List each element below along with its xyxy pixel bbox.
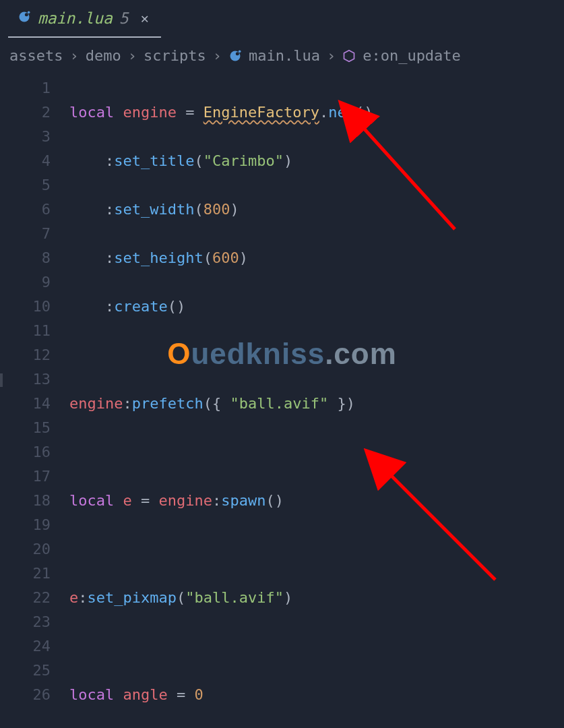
line-number: 25 [2, 659, 51, 683]
code-line[interactable]: :set_width(800) [69, 198, 564, 222]
line-number: 7 [2, 222, 51, 246]
chevron-right-icon: › [213, 47, 222, 64]
tab-label: main.lua [38, 9, 113, 27]
line-number: 1 [2, 76, 51, 100]
svg-point-4 [236, 52, 239, 55]
line-number: 17 [2, 464, 51, 489]
code-line[interactable]: :create() [69, 295, 564, 319]
svg-point-5 [239, 50, 241, 53]
line-number: 2 [2, 100, 51, 125]
svg-point-2 [28, 11, 30, 13]
line-number: 24 [2, 634, 51, 659]
breadcrumb: assets › demo › scripts › main.lua › e:o… [0, 38, 564, 76]
lua-file-icon [228, 49, 242, 63]
line-number: 23 [2, 610, 51, 634]
code-line[interactable]: e:set_pixmap("ball.avif") [69, 586, 564, 610]
crumb-scripts[interactable]: scripts [144, 47, 206, 64]
chevron-right-icon: › [327, 47, 336, 64]
code-line[interactable]: :set_height(600) [69, 246, 564, 270]
crumb-file[interactable]: main.lua [249, 47, 320, 64]
line-number: 5 [2, 173, 51, 198]
svg-point-0 [20, 11, 30, 22]
tab-problems-badge: 5 [119, 9, 129, 27]
code-area[interactable]: local engine = EngineFactory.new() :set_… [69, 76, 564, 728]
code-line[interactable] [69, 537, 564, 562]
code-line[interactable]: local engine = EngineFactory.new() [69, 100, 564, 125]
code-line[interactable] [69, 634, 564, 659]
line-number: 26 [2, 683, 51, 707]
symbol-method-icon [342, 49, 356, 63]
code-line[interactable] [69, 343, 564, 367]
svg-point-3 [230, 51, 240, 61]
lua-file-icon [18, 10, 31, 27]
line-number: 16 [2, 440, 51, 464]
gutter-indicator [0, 373, 3, 387]
svg-point-1 [25, 13, 28, 16]
line-number: 14 [2, 392, 51, 416]
code-line[interactable]: engine:prefetch({ "ball.avif" }) [69, 392, 564, 416]
line-number: 3 [2, 125, 51, 149]
crumb-assets[interactable]: assets [9, 47, 63, 64]
line-number: 15 [2, 416, 51, 440]
close-icon[interactable]: ✕ [141, 10, 149, 26]
crumb-symbol[interactable]: e:on_update [363, 47, 461, 64]
line-number: 20 [2, 537, 51, 562]
code-line[interactable]: local e = engine:spawn() [69, 489, 564, 513]
code-line[interactable] [69, 440, 564, 464]
tab-main-lua[interactable]: main.lua 5 ✕ [8, 0, 161, 38]
line-number: 19 [2, 513, 51, 537]
line-number-gutter: 1 2 3 4 5 6 7 8 9 10 11 12 13 14 15 16 1… [2, 76, 69, 728]
line-number: 10 [2, 295, 51, 319]
line-number: 13 [2, 367, 51, 392]
code-line[interactable]: local angle = 0 [69, 683, 564, 707]
line-number: 11 [2, 319, 51, 343]
line-number: 12 [2, 343, 51, 367]
line-number: 22 [2, 586, 51, 610]
crumb-demo[interactable]: demo [86, 47, 121, 64]
chevron-right-icon: › [128, 47, 137, 64]
line-number: 4 [2, 149, 51, 173]
tab-bar: main.lua 5 ✕ [0, 0, 564, 38]
line-number: 21 [2, 562, 51, 586]
line-number: 9 [2, 270, 51, 295]
code-line[interactable]: :set_title("Carimbo") [69, 149, 564, 173]
line-number: 6 [2, 198, 51, 222]
line-number: 8 [2, 246, 51, 270]
code-editor[interactable]: 1 2 3 4 5 6 7 8 9 10 11 12 13 14 15 16 1… [0, 76, 564, 728]
chevron-right-icon: › [69, 47, 78, 64]
line-number: 18 [2, 489, 51, 513]
